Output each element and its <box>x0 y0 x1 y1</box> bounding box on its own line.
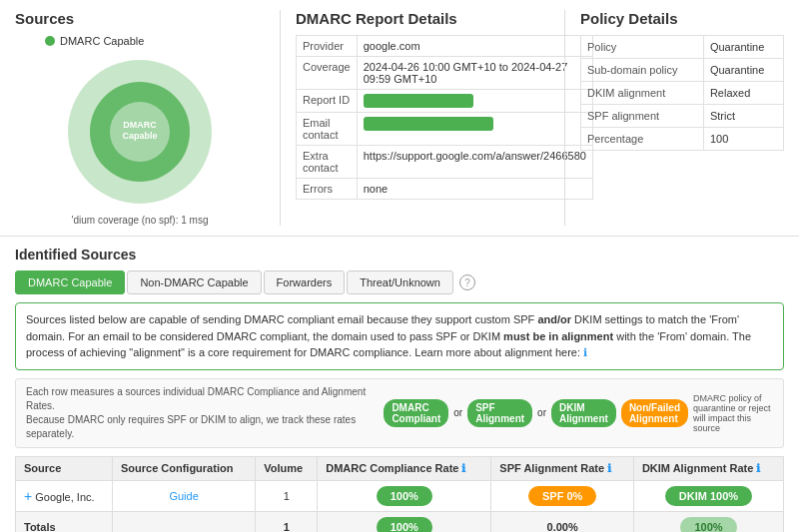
tab-dmarc-capable[interactable]: DMARC Capable <box>15 270 125 294</box>
legend: DMARC Capable <box>45 35 265 47</box>
tab-threat-unknown[interactable]: Threat/Unknown <box>347 270 453 294</box>
or-text-1: or <box>453 407 462 418</box>
pill-non-failed: Non/FailedAlignment <box>621 399 688 427</box>
help-icon[interactable]: ? <box>459 274 475 290</box>
table-row: Errors none <box>297 179 593 200</box>
table-row: SPF alignment Strict <box>581 105 784 128</box>
policy-title: Policy Details <box>580 10 784 27</box>
dkim-alignment-label: DKIM alignment <box>581 82 704 105</box>
email-contact-value <box>357 113 592 146</box>
totals-label: Totals <box>16 511 113 532</box>
dmarc-report-panel: DMARC Report Details Provider google.com… <box>280 10 564 226</box>
info-box: Sources listed below are capable of send… <box>15 302 784 370</box>
dkim-rate-pill: DKIM 100% <box>665 486 752 506</box>
percentage-value: 100 <box>703 128 783 151</box>
dmarc-rate-help-icon[interactable]: ℹ <box>461 462 465 474</box>
legend-dot <box>45 36 55 46</box>
policy-table: Policy Quarantine Sub-domain policy Quar… <box>580 35 784 151</box>
col-spf-rate: SPF Alignment Rate ℹ <box>491 456 634 480</box>
table-row: Percentage 100 <box>581 128 784 151</box>
report-id-bar <box>364 94 473 108</box>
or-text-2: or <box>537 407 546 418</box>
extra-contact-label: Extra contact <box>297 146 358 179</box>
guide-link[interactable]: Guide <box>169 490 198 502</box>
source-volume: 1 <box>256 480 318 511</box>
email-contact-bar <box>364 117 493 131</box>
col-config: Source Configuration <box>112 456 255 480</box>
table-row: + Google, Inc. Guide 1 100% SPF 0% DKIM … <box>16 480 784 511</box>
subdomain-policy-label: Sub-domain policy <box>581 59 704 82</box>
tab-non-dmarc-capable[interactable]: Non-DMARC Capable <box>127 270 261 294</box>
bold-and-or: and/or <box>537 313 571 325</box>
report-id-label: Report ID <box>297 90 358 113</box>
totals-row: Totals 1 100% 0.00% 100% <box>16 511 784 532</box>
dmarc-rate-pill: 100% <box>377 486 432 506</box>
dmarc-report-title: DMARC Report Details <box>296 10 549 27</box>
bold-must-align: must be in alignment <box>503 330 613 342</box>
totals-spf-rate: 0.00% <box>491 511 634 532</box>
identified-sources-section: Identified Sources DMARC Capable Non-DMA… <box>0 237 799 532</box>
provider-label: Provider <box>297 36 358 57</box>
dkim-rate-help-icon[interactable]: ℹ <box>756 462 760 474</box>
sources-table: Source Source Configuration Volume DMARC… <box>15 456 784 533</box>
spf-rate-pill: SPF 0% <box>528 486 596 506</box>
help-link-icon[interactable]: ℹ <box>583 346 587 358</box>
spf-alignment-value: Strict <box>703 105 783 128</box>
errors-value: none <box>357 179 592 200</box>
source-config: Guide <box>112 480 255 511</box>
metrics-legend: DMARCCompliant or SPFAlignment or DKIMAl… <box>384 393 773 433</box>
table-row: Provider google.com <box>297 36 593 57</box>
totals-volume: 1 <box>256 511 318 532</box>
spf-rate-value: SPF 0% <box>491 480 634 511</box>
metrics-text: Each row measures a sources individual D… <box>26 385 374 441</box>
spf-alignment-label: SPF alignment <box>581 105 704 128</box>
sources-title: Sources <box>15 10 265 27</box>
legend-label: DMARC Capable <box>60 35 144 47</box>
svg-text:DMARC: DMARC <box>123 120 157 130</box>
table-header-row: Source Source Configuration Volume DMARC… <box>16 456 784 480</box>
pill-spf-alignment: SPFAlignment <box>467 399 532 427</box>
extra-contact-value: https://support.google.com/a/answer/2466… <box>357 146 592 179</box>
table-row: Policy Quarantine <box>581 36 784 59</box>
totals-dkim-rate: 100% <box>633 511 783 532</box>
dkim-alignment-value: Relaxed <box>703 82 783 105</box>
col-dmarc-rate: DMARC Compliance Rate ℹ <box>318 456 491 480</box>
metrics-note: DMARC policy of quarantine or reject wil… <box>693 393 773 433</box>
table-row: Sub-domain policy Quarantine <box>581 59 784 82</box>
dkim-rate-value: DKIM 100% <box>633 480 783 511</box>
metrics-box: Each row measures a sources individual D… <box>15 378 784 448</box>
spf-rate-help-icon[interactable]: ℹ <box>607 462 611 474</box>
sources-panel: Sources DMARC Capable DMARC Capable 'diu… <box>0 10 280 226</box>
table-row: Report ID <box>297 90 593 113</box>
svg-text:Capable: Capable <box>122 131 157 141</box>
percentage-label: Percentage <box>581 128 704 151</box>
tabs-container: DMARC Capable Non-DMARC Capable Forwarde… <box>15 270 784 294</box>
coverage-label: Coverage <box>297 57 358 90</box>
dmarc-rate-value: 100% <box>318 480 491 511</box>
table-row: Email contact <box>297 113 593 146</box>
tab-forwarders[interactable]: Forwarders <box>264 270 346 294</box>
totals-config <box>112 511 255 532</box>
provider-value: google.com <box>357 36 592 57</box>
errors-label: Errors <box>297 179 358 200</box>
expand-icon[interactable]: + <box>24 488 32 504</box>
table-row: DKIM alignment Relaxed <box>581 82 784 105</box>
totals-dmarc-pill: 100% <box>377 517 432 533</box>
totals-dmarc-rate: 100% <box>318 511 491 532</box>
donut-chart: DMARC Capable <box>60 52 220 212</box>
totals-dkim-pill: 100% <box>680 517 736 533</box>
identified-sources-title: Identified Sources <box>15 247 784 263</box>
policy-label: Policy <box>581 36 704 59</box>
email-contact-label: Email contact <box>297 113 358 146</box>
table-row: Extra contact https://support.google.com… <box>297 146 593 179</box>
report-id-value <box>357 90 592 113</box>
donut-label: 'dium coverage (no spf): 1 msg <box>72 215 209 226</box>
coverage-value: 2024-04-26 10:00 GMT+10 to 2024-04-27 09… <box>357 57 592 90</box>
subdomain-policy-value: Quarantine <box>703 59 783 82</box>
table-row: Coverage 2024-04-26 10:00 GMT+10 to 2024… <box>297 57 593 90</box>
source-name: + Google, Inc. <box>16 480 113 511</box>
col-volume: Volume <box>256 456 318 480</box>
policy-panel: Policy Details Policy Quarantine Sub-dom… <box>564 10 799 226</box>
donut-container: DMARC Capable 'dium coverage (no spf): 1… <box>15 52 265 226</box>
pill-dkim-alignment: DKIMAlignment <box>551 399 616 427</box>
